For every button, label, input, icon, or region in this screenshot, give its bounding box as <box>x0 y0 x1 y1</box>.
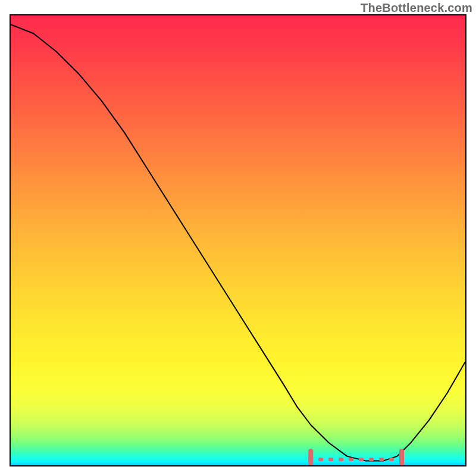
svg-rect-3 <box>318 458 323 461</box>
svg-rect-2 <box>308 458 313 461</box>
svg-rect-8 <box>369 458 374 461</box>
optimal-window-dots <box>308 451 404 463</box>
bottleneck-curve <box>11 24 465 461</box>
svg-rect-11 <box>399 458 404 461</box>
chart-container: TheBottleneck.com <box>0 0 476 476</box>
plot-area <box>10 14 466 466</box>
svg-rect-5 <box>339 458 343 461</box>
svg-rect-4 <box>328 458 333 461</box>
watermark-text: TheBottleneck.com <box>361 1 472 15</box>
svg-rect-9 <box>379 458 384 461</box>
svg-rect-10 <box>389 458 394 461</box>
curve-overlay <box>11 15 465 465</box>
svg-rect-7 <box>359 458 364 461</box>
svg-rect-6 <box>349 458 353 461</box>
